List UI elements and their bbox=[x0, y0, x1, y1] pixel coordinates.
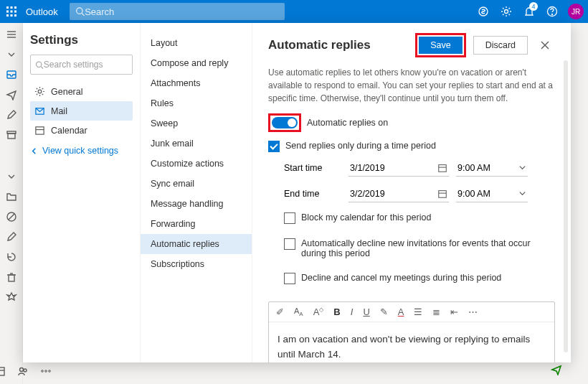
people-module-icon[interactable] bbox=[14, 362, 32, 380]
sub-item-junk[interactable]: Junk email bbox=[141, 134, 252, 154]
sub-item-rules[interactable]: Rules bbox=[141, 93, 252, 113]
start-date-value: 3/1/2019 bbox=[350, 163, 385, 173]
calendar-module-icon[interactable] bbox=[0, 362, 9, 380]
discard-button[interactable]: Discard bbox=[473, 36, 528, 55]
autoreply-toggle[interactable] bbox=[272, 117, 298, 128]
start-time-input[interactable]: 9:00 AM bbox=[456, 159, 528, 177]
svg-line-35 bbox=[41, 66, 43, 68]
format-painter-icon[interactable]: ✐ bbox=[276, 306, 284, 317]
reply-editor: ✐ AA A◇ B I U ✎ A ☰ ≣ ⇤ ⋯ I am on vacati… bbox=[268, 301, 555, 362]
end-date-input[interactable]: 3/2/2019 bbox=[348, 185, 449, 202]
settings-item-general[interactable]: General bbox=[30, 82, 133, 101]
sent-icon[interactable] bbox=[3, 86, 20, 103]
reply-body[interactable]: I am on vacation and won't be viewing or… bbox=[269, 322, 554, 362]
notifications-icon[interactable]: 4 bbox=[518, 0, 541, 23]
decline-invites-label: Automatically decline new invitations fo… bbox=[301, 238, 555, 258]
topbar-actions: 4 JR bbox=[472, 0, 588, 23]
underline-button[interactable]: U bbox=[363, 306, 369, 317]
drafts-icon[interactable] bbox=[3, 106, 20, 123]
end-time-value: 9:00 AM bbox=[457, 189, 490, 199]
notes-icon[interactable] bbox=[3, 228, 20, 245]
settings-search[interactable] bbox=[30, 55, 133, 75]
svg-point-9 bbox=[76, 8, 82, 14]
notification-badge: 4 bbox=[529, 2, 538, 11]
highlight-toggle bbox=[268, 113, 301, 132]
decline-invites-checkbox[interactable] bbox=[284, 238, 295, 250]
more-formatting-icon[interactable]: ⋯ bbox=[468, 306, 478, 317]
sub-item-subscriptions[interactable]: Subscriptions bbox=[141, 254, 252, 274]
italic-button[interactable]: I bbox=[351, 306, 354, 317]
svg-rect-0 bbox=[6, 6, 9, 9]
sub-item-layout[interactable]: Layout bbox=[141, 33, 252, 53]
settings-gear-icon[interactable] bbox=[495, 0, 518, 23]
svg-rect-42 bbox=[439, 164, 447, 172]
svg-rect-2 bbox=[14, 6, 16, 9]
cancel-meetings-checkbox[interactable] bbox=[284, 273, 295, 284]
start-time-label: Start time bbox=[284, 163, 341, 173]
scrollbar[interactable] bbox=[564, 60, 568, 352]
sub-item-handling[interactable]: Message handling bbox=[141, 194, 252, 214]
hamburger-icon[interactable] bbox=[3, 26, 20, 43]
inbox-icon[interactable] bbox=[3, 66, 20, 83]
settings-item-label: General bbox=[51, 87, 82, 97]
description-text: Use automatic replies to let others know… bbox=[268, 66, 555, 105]
chevron-down-icon[interactable] bbox=[3, 168, 20, 185]
save-button[interactable]: Save bbox=[419, 37, 463, 54]
help-icon[interactable] bbox=[541, 0, 564, 23]
end-time-input[interactable]: 9:00 AM bbox=[456, 185, 528, 202]
global-search-input[interactable] bbox=[85, 6, 279, 17]
start-date-input[interactable]: 3/1/2019 bbox=[348, 159, 449, 177]
close-icon[interactable] bbox=[535, 35, 555, 55]
premium-icon[interactable] bbox=[3, 289, 20, 306]
cancel-meetings-label: Decline and cancel my meetings during th… bbox=[301, 273, 501, 283]
highlight-color-icon[interactable]: ✎ bbox=[380, 306, 388, 317]
number-list-icon[interactable]: ≣ bbox=[432, 306, 440, 317]
svg-point-12 bbox=[505, 10, 508, 14]
bold-button[interactable]: B bbox=[333, 306, 340, 317]
user-avatar[interactable]: JR bbox=[568, 4, 584, 19]
settings-search-input[interactable] bbox=[44, 60, 128, 70]
svg-line-22 bbox=[9, 214, 14, 220]
skype-icon[interactable] bbox=[472, 0, 495, 23]
more-modules-icon[interactable] bbox=[37, 362, 54, 380]
sub-item-compose[interactable]: Compose and reply bbox=[141, 53, 252, 73]
settings-item-label: Calendar bbox=[51, 126, 87, 136]
settings-item-mail[interactable]: Mail bbox=[30, 101, 133, 121]
archive-icon[interactable] bbox=[3, 126, 20, 144]
sub-item-autoreply[interactable]: Automatic replies bbox=[141, 234, 252, 254]
main-header: Automatic replies Save Discard bbox=[268, 33, 555, 57]
sub-item-sync[interactable]: Sync email bbox=[141, 174, 252, 194]
font-size-decrease-icon[interactable]: AA bbox=[294, 306, 303, 317]
blocked-icon[interactable] bbox=[3, 208, 20, 225]
sub-item-customize[interactable]: Customize actions bbox=[141, 154, 252, 174]
chevron-down-icon bbox=[518, 189, 526, 197]
chevron-down-icon bbox=[518, 164, 526, 172]
calendar-icon bbox=[437, 189, 447, 199]
settings-nav: Settings General Mail Calendar View quic… bbox=[23, 23, 141, 362]
folder-icon[interactable] bbox=[3, 188, 20, 205]
svg-rect-23 bbox=[9, 275, 14, 281]
app-launcher-icon[interactable] bbox=[0, 6, 23, 17]
svg-rect-3 bbox=[6, 11, 9, 13]
view-quick-settings-link[interactable]: View quick settings bbox=[30, 146, 133, 156]
send-arrow-icon[interactable] bbox=[551, 364, 562, 378]
svg-rect-1 bbox=[11, 6, 13, 9]
global-search[interactable] bbox=[70, 3, 285, 20]
sub-item-attachments[interactable]: Attachments bbox=[141, 73, 252, 93]
block-calendar-checkbox[interactable] bbox=[284, 212, 295, 224]
svg-rect-4 bbox=[11, 11, 13, 13]
calendar-icon bbox=[437, 163, 447, 173]
block-calendar-label: Block my calendar for this period bbox=[301, 212, 431, 223]
sub-item-sweep[interactable]: Sweep bbox=[141, 113, 252, 134]
outdent-icon[interactable]: ⇤ bbox=[450, 306, 458, 317]
trash-icon[interactable] bbox=[3, 268, 20, 286]
svg-rect-7 bbox=[11, 14, 13, 17]
font-color-icon[interactable]: A bbox=[398, 306, 404, 317]
settings-item-calendar[interactable]: Calendar bbox=[30, 121, 133, 140]
history-icon[interactable] bbox=[3, 248, 20, 266]
chevron-down-icon[interactable] bbox=[3, 46, 20, 63]
font-size-increase-icon[interactable]: A◇ bbox=[313, 306, 324, 317]
bullet-list-icon[interactable]: ☰ bbox=[414, 306, 422, 317]
sub-item-forwarding[interactable]: Forwarding bbox=[141, 214, 252, 234]
time-period-checkbox[interactable] bbox=[268, 141, 280, 152]
